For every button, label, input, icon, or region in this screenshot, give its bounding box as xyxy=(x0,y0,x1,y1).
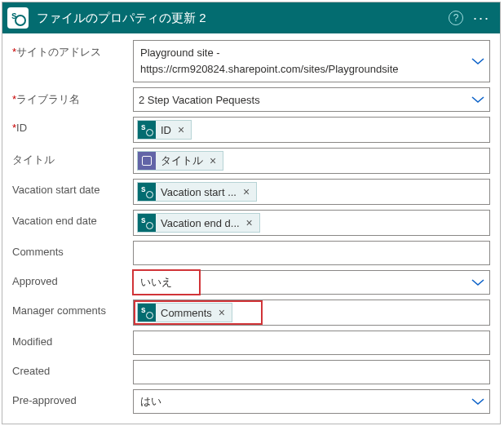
field-site-address[interactable]: Playground site - https://crm920824.shar… xyxy=(133,40,490,82)
label-id: *ID xyxy=(12,117,133,134)
pre-approved-value: はい xyxy=(140,394,161,409)
label-pre-approved: Pre-approved xyxy=(12,389,133,406)
label-vac-end: Vacation end date xyxy=(12,210,133,227)
dynamic-content-icon xyxy=(138,152,156,170)
sharepoint-icon xyxy=(138,183,156,201)
sharepoint-icon xyxy=(138,121,156,139)
more-icon[interactable]: ··· xyxy=(471,10,492,27)
token-label: Vacation end d... xyxy=(161,217,240,229)
chevron-down-icon[interactable] xyxy=(471,397,484,406)
field-created[interactable] xyxy=(133,360,490,384)
label-site-address: *サイトのアドレス xyxy=(12,40,133,60)
card-title: ファイルのプロパティの更新 2 xyxy=(37,11,440,26)
chevron-down-icon[interactable] xyxy=(471,57,484,65)
token-label: ID xyxy=(161,124,171,136)
token-id[interactable]: ID × xyxy=(137,120,192,140)
label-vac-start: Vacation start date xyxy=(12,179,133,196)
token-remove-icon[interactable]: × xyxy=(245,216,254,229)
chevron-down-icon[interactable] xyxy=(471,95,484,104)
approved-value: いいえ xyxy=(140,275,172,290)
token-title[interactable]: タイトル × xyxy=(137,151,223,171)
token-remove-icon[interactable]: × xyxy=(217,306,227,319)
library-value: 2 Step Vacation Pequests xyxy=(139,94,260,106)
token-remove-icon[interactable]: × xyxy=(208,154,218,167)
field-comments[interactable] xyxy=(133,241,490,265)
help-icon[interactable]: ? xyxy=(449,11,463,25)
sharepoint-icon xyxy=(7,7,29,29)
token-vac-start[interactable]: Vacation start ... × xyxy=(137,182,257,202)
site-address-line2: https://crm920824.sharepoint.com/sites/P… xyxy=(140,62,399,77)
token-label: Comments xyxy=(161,307,212,319)
field-pre-approved[interactable]: はい xyxy=(133,389,490,414)
label-library: *ライブラリ名 xyxy=(12,87,133,107)
label-comments: Comments xyxy=(12,241,133,258)
label-mgr-comments: Manager comments xyxy=(12,300,133,317)
action-card: ファイルのプロパティの更新 2 ? ··· *サイトのアドレス Playgrou… xyxy=(2,2,501,424)
field-approved[interactable]: いいえ xyxy=(133,270,490,295)
field-modified[interactable] xyxy=(133,331,490,355)
token-mgr-comments[interactable]: Comments × xyxy=(137,303,232,322)
sharepoint-icon xyxy=(138,214,156,232)
token-label: Vacation start ... xyxy=(161,186,237,198)
card-body: *サイトのアドレス Playground site - https://crm9… xyxy=(2,33,500,424)
sharepoint-icon xyxy=(138,304,156,322)
token-label: タイトル xyxy=(161,153,203,168)
site-address-line1: Playground site - xyxy=(140,46,220,60)
label-approved: Approved xyxy=(12,270,133,287)
field-vac-start[interactable]: Vacation start ... × xyxy=(133,179,490,205)
field-vac-end[interactable]: Vacation end d... × xyxy=(133,210,490,236)
token-vac-end[interactable]: Vacation end d... × xyxy=(137,213,260,233)
label-title: タイトル xyxy=(12,148,133,167)
field-title[interactable]: タイトル × xyxy=(133,148,490,174)
label-modified: Modified xyxy=(12,331,133,348)
card-header[interactable]: ファイルのプロパティの更新 2 ? ··· xyxy=(2,2,500,33)
field-id[interactable]: ID × xyxy=(133,117,490,143)
label-created: Created xyxy=(12,360,133,377)
token-remove-icon[interactable]: × xyxy=(241,185,251,198)
chevron-down-icon[interactable] xyxy=(471,278,484,286)
token-remove-icon[interactable]: × xyxy=(176,123,186,136)
field-library[interactable]: 2 Step Vacation Pequests xyxy=(133,87,490,112)
field-mgr-comments[interactable]: Comments × xyxy=(133,300,490,326)
